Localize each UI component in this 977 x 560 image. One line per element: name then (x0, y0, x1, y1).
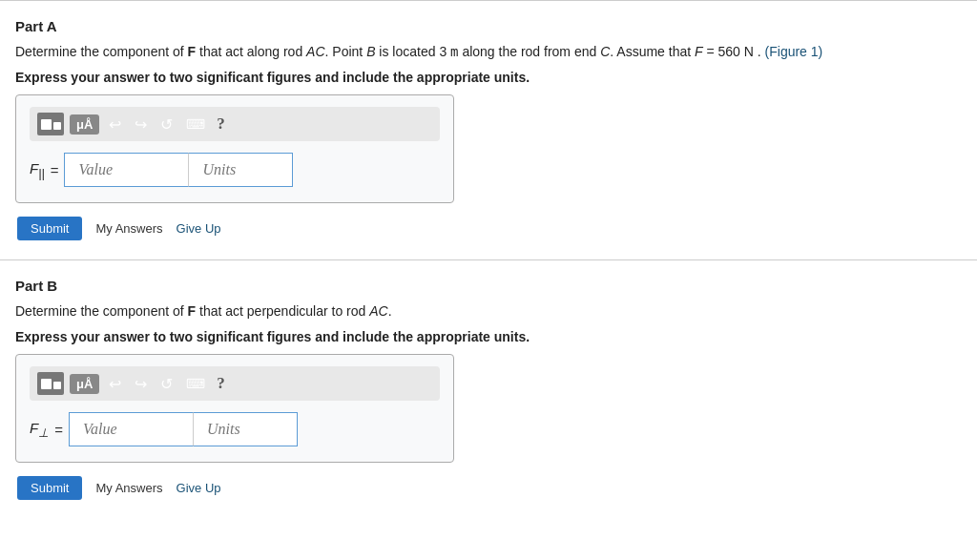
part-b-description: Determine the component of F that act pe… (15, 301, 962, 321)
desc-mid5: . Assume that (610, 44, 695, 59)
part-a-answer-row: F|| = (30, 153, 440, 187)
part-b-emphasis: Express your answer to two significant f… (15, 329, 962, 344)
help-icon[interactable]: ? (217, 114, 225, 134)
part-b-section: Part B Determine the component of F that… (0, 260, 977, 509)
part-b-submit-button[interactable]: Submit (17, 476, 82, 500)
desc-pre: Determine the component of (15, 44, 188, 59)
part-b-input-container: μÅ ↩ ↪ ↺ ⌨ ? F⊥ = (15, 354, 454, 463)
ac-italic: AC (306, 44, 324, 59)
part-a-submit-button[interactable]: Submit (17, 217, 82, 240)
desc-b-pre: Determine the component of (15, 303, 188, 319)
undo-icon-b[interactable]: ↩ (105, 373, 125, 395)
m-mono: m (450, 44, 458, 59)
keyboard-icon[interactable]: ⌨ (182, 114, 209, 135)
desc-mid6: = 560 N . (703, 44, 761, 59)
part-a-f-label: F|| (30, 160, 45, 180)
part-b-my-answers[interactable]: My Answers (95, 481, 162, 495)
part-b-give-up-link[interactable]: Give Up (177, 481, 221, 495)
desc-b-end: . (388, 303, 392, 319)
redo-icon[interactable]: ↪ (131, 114, 151, 135)
desc-mid2: . Point (325, 44, 367, 59)
format-box-icon-b[interactable] (37, 372, 64, 395)
figure-link[interactable]: (Figure 1) (761, 44, 823, 59)
desc-mid4: along the rod from end (459, 44, 601, 59)
ac-italic-b: AC (369, 303, 387, 319)
part-a-label: Part A (15, 18, 962, 34)
part-a-units-input[interactable] (188, 153, 293, 187)
mu-button[interactable]: μÅ (70, 114, 99, 135)
part-b-f-label: F⊥ (30, 420, 49, 440)
keyboard-icon-b[interactable]: ⌨ (182, 374, 209, 394)
part-a-description: Determine the component of F that act al… (15, 42, 962, 62)
part-a-section: Part A Determine the component of F that… (0, 1, 977, 250)
redo-icon-b[interactable]: ↪ (131, 373, 151, 395)
format-box-icon[interactable] (37, 113, 64, 135)
help-icon-b[interactable]: ? (217, 374, 225, 393)
part-b-label: Part B (15, 278, 962, 294)
f-bold: F (188, 44, 197, 59)
mu-button-b[interactable]: μÅ (70, 374, 99, 394)
part-a-toolbar: μÅ ↩ ↪ ↺ ⌨ ? (30, 107, 440, 141)
part-b-bottom-row: Submit My Answers Give Up (15, 476, 962, 500)
part-a-bottom-row: Submit My Answers Give Up (15, 217, 962, 240)
part-b-units-input[interactable] (193, 412, 298, 446)
part-a-input-container: μÅ ↩ ↪ ↺ ⌨ ? F|| = (15, 94, 454, 203)
c-italic: C (600, 44, 610, 59)
part-a-my-answers[interactable]: My Answers (95, 221, 162, 236)
part-a-value-input[interactable] (64, 153, 188, 187)
f-italic2: F (695, 44, 703, 59)
refresh-icon-b[interactable]: ↺ (156, 373, 177, 395)
undo-icon[interactable]: ↩ (105, 114, 125, 135)
f-bold-b: F (188, 303, 197, 319)
part-b-value-input[interactable] (69, 412, 193, 446)
equals-sign: = (51, 162, 59, 178)
desc-mid3: is located 3 (375, 44, 450, 59)
part-a-give-up-link[interactable]: Give Up (177, 221, 221, 236)
part-b-answer-row: F⊥ = (30, 412, 440, 446)
refresh-icon[interactable]: ↺ (156, 114, 177, 135)
equals-sign-b: = (54, 422, 63, 438)
desc-mid1: that act along rod (196, 44, 306, 59)
desc-b-mid1: that act perpendicular to rod (196, 303, 369, 319)
part-b-toolbar: μÅ ↩ ↪ ↺ ⌨ ? (30, 366, 440, 401)
part-a-emphasis: Express your answer to two significant f… (15, 70, 962, 85)
